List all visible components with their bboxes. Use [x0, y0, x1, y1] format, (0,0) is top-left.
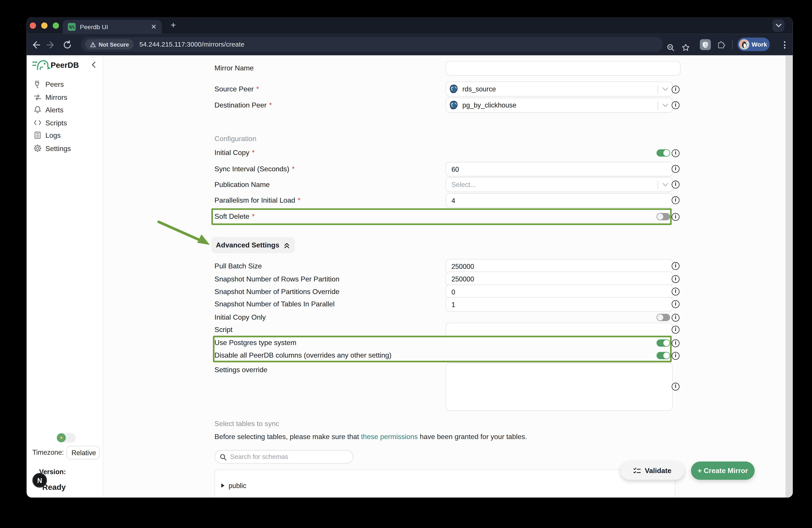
mirror-name-input[interactable] [446, 61, 681, 76]
postgres-elephant-icon [449, 100, 459, 110]
sync-interval-input[interactable] [446, 162, 673, 176]
info-icon[interactable]: i [672, 213, 679, 221]
disable-peerdb-columns-label: Disable all PeerDB columns (overrides an… [215, 351, 391, 360]
validate-label: Validate [645, 467, 671, 474]
source-peer-value: rds_source [463, 85, 496, 93]
create-mirror-form: Mirror Name Source Peer* rds_source i De… [103, 55, 785, 498]
browser-tab[interactable]: Peerdb UI ✕ [63, 20, 162, 34]
caret-right-icon [221, 483, 224, 488]
soft-delete-label: Soft Delete* [215, 212, 255, 222]
browser-menu-icon[interactable] [780, 40, 788, 50]
publication-name-label: Publication Name [215, 180, 270, 190]
sidebar-collapse-icon[interactable] [90, 61, 98, 68]
info-icon[interactable]: i [672, 149, 679, 157]
schema-search-input[interactable] [230, 453, 334, 460]
info-icon[interactable]: i [672, 300, 679, 308]
vertical-scrollbar[interactable] [785, 55, 793, 498]
info-icon[interactable]: i [672, 275, 679, 283]
sidebar-item-mirrors[interactable]: Mirrors [27, 91, 103, 103]
not-secure-chip[interactable]: Not Secure [85, 39, 134, 49]
create-mirror-label: + Create Mirror [698, 467, 748, 474]
chevron-down-icon [662, 103, 668, 108]
zoom-out-icon[interactable] [666, 43, 675, 52]
postgres-elephant-icon [449, 84, 459, 94]
chevrons-up-icon [284, 242, 290, 248]
maximize-window-button[interactable] [53, 23, 59, 29]
sidebar: PeerDB Peers Mirrors Alerts Scripts [27, 55, 103, 498]
tab-strip: Peerdb UI ✕ + [27, 17, 793, 34]
mirror-arrows-icon [33, 93, 42, 101]
info-icon[interactable]: i [672, 288, 679, 295]
plug-icon [33, 80, 42, 88]
browser-toolbar: Not Secure 54.244.215.117:3000/mirrors/c… [27, 34, 793, 55]
sidebar-item-label: Peers [45, 80, 64, 88]
address-bar[interactable]: Not Secure 54.244.215.117:3000/mirrors/c… [81, 37, 663, 52]
shield-extension-icon[interactable] [700, 39, 711, 50]
use-postgres-types-toggle[interactable] [656, 339, 670, 346]
snapshot-rows-label: Snapshot Number of Rows Per Partition [215, 275, 339, 284]
toolbar-divider [732, 40, 733, 49]
new-tab-icon[interactable]: + [171, 20, 176, 31]
create-mirror-button[interactable]: + Create Mirror [691, 461, 755, 480]
minimize-window-button[interactable] [41, 23, 47, 29]
advanced-settings-button[interactable]: Advanced Settings [212, 237, 295, 253]
publication-name-select[interactable]: Select... [446, 177, 673, 192]
info-icon[interactable]: i [672, 262, 679, 270]
back-icon[interactable] [31, 40, 40, 50]
script-input[interactable] [446, 323, 673, 337]
sidebar-item-settings[interactable]: Settings [27, 142, 103, 155]
close-window-button[interactable] [30, 23, 36, 29]
nextjs-dev-badge[interactable]: N [32, 473, 47, 488]
advanced-settings-label: Advanced Settings [216, 241, 279, 249]
bookmark-star-icon[interactable] [682, 43, 690, 52]
not-secure-label: Not Secure [99, 41, 129, 47]
bell-icon [33, 105, 42, 114]
initial-copy-toggle[interactable] [656, 149, 670, 157]
info-icon[interactable]: i [672, 352, 679, 360]
extensions-puzzle-icon[interactable] [716, 40, 726, 49]
info-icon[interactable]: i [672, 196, 679, 204]
profile-button[interactable]: Work [737, 38, 770, 51]
sidebar-item-peers[interactable]: Peers [27, 78, 103, 90]
sync-interval-label: Sync Interval (Seconds)* [215, 165, 294, 174]
validate-button[interactable]: Validate [621, 461, 684, 480]
permissions-note: Before selecting tables, please make sur… [215, 433, 527, 441]
timezone-value: Relative [72, 449, 96, 456]
sidebar-item-alerts[interactable]: Alerts [27, 103, 103, 116]
destination-peer-select[interactable]: pg_by_clickhouse [446, 98, 673, 113]
tab-search-chevron-icon[interactable] [772, 19, 784, 32]
pull-batch-size-label: Pull Batch Size [215, 261, 262, 271]
soft-delete-toggle[interactable] [656, 213, 670, 220]
permissions-link[interactable]: these permissions [361, 433, 418, 441]
chevron-down-icon [99, 451, 99, 455]
info-icon[interactable]: i [672, 326, 679, 333]
schema-search[interactable] [215, 450, 353, 463]
use-postgres-types-label: Use Postgres type system [215, 338, 296, 348]
info-icon[interactable]: i [672, 181, 679, 188]
snapshot-rows-input[interactable] [446, 271, 673, 286]
soft-delete-highlight-box [212, 209, 672, 225]
info-icon[interactable]: i [672, 165, 679, 173]
logs-icon [33, 131, 42, 140]
initial-copy-only-label: Initial Copy Only [215, 313, 266, 322]
info-icon[interactable]: i [672, 86, 679, 94]
settings-override-textarea[interactable] [446, 363, 673, 411]
initial-copy-only-toggle[interactable] [656, 314, 670, 321]
sidebar-item-scripts[interactable]: Scripts [27, 116, 103, 129]
forward-icon[interactable] [46, 40, 56, 50]
disable-peerdb-columns-toggle[interactable] [656, 352, 670, 359]
parallelism-input[interactable] [446, 193, 673, 208]
theme-toggle[interactable] [56, 433, 76, 443]
tab-close-icon[interactable]: ✕ [151, 24, 157, 30]
reload-icon[interactable] [63, 40, 72, 50]
snapshot-tables-input[interactable] [446, 297, 673, 312]
info-icon[interactable]: i [672, 314, 679, 322]
source-peer-select[interactable]: rds_source [446, 82, 673, 97]
schema-row-public[interactable]: public [215, 469, 675, 498]
sidebar-item-logs[interactable]: Logs [27, 129, 103, 142]
timezone-select[interactable]: Relative [66, 446, 100, 459]
info-icon[interactable]: i [672, 101, 679, 109]
info-icon[interactable]: i [672, 339, 679, 347]
mirror-name-label: Mirror Name [215, 64, 253, 73]
info-icon[interactable]: i [672, 383, 679, 390]
